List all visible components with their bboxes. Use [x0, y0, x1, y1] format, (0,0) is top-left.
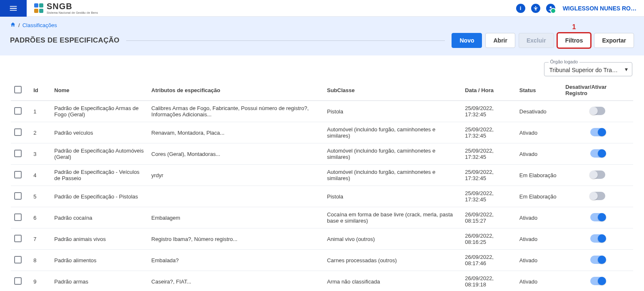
breadcrumb-home[interactable] [10, 22, 16, 29]
table-row[interactable]: 4Padrão de Especificação - Veículos de P… [11, 165, 633, 186]
topbar: SNGB Sistema Nacional de Gestão de Bens … [0, 0, 644, 17]
toggle-switch[interactable] [590, 234, 605, 243]
table-row[interactable]: 6Padrão cocaínaEmbalagemCocaína em forma… [11, 207, 633, 228]
breadcrumb: / Classificações [10, 22, 634, 29]
col-nome[interactable]: Nome [51, 80, 148, 101]
cell-status: Ativado [516, 250, 562, 271]
orgao-value: Tribunal Superior do Tra… [549, 67, 618, 73]
table-row[interactable]: 3Padrão de Especificação Automóveis (Ger… [11, 143, 633, 165]
brand-logo-icon [34, 3, 44, 13]
orgao-label: Órgão logado [549, 59, 580, 64]
user-avatar-icon[interactable] [546, 4, 555, 13]
filtros-label: Filtros [565, 37, 583, 44]
novo-button[interactable]: Novo [452, 33, 482, 48]
abrir-button[interactable]: Abrir [485, 33, 515, 48]
row-checkbox[interactable] [14, 107, 22, 115]
row-checkbox[interactable] [14, 150, 22, 157]
cell-id: 7 [30, 228, 51, 250]
cell-subclasse: Cocaína em forma de base livre (crack, m… [324, 207, 462, 228]
col-subclasse[interactable]: SubClasse [324, 80, 462, 101]
person-icon [533, 5, 539, 11]
cell-nome: Padrão de Especificação Armas de Fogo (G… [51, 101, 148, 122]
row-checkbox[interactable] [14, 256, 22, 263]
username[interactable]: WIGLESSON NUNES RO… [563, 5, 637, 12]
top-icons: i WIGLESSON NUNES RO… [516, 4, 637, 13]
table-row[interactable]: 5Padrão de Especificação - PistolasPisto… [11, 186, 633, 207]
svg-point-0 [535, 6, 536, 7]
cell-nome: Padrão cocaína [51, 207, 148, 228]
cell-id: 5 [30, 186, 51, 207]
cell-id: 2 [30, 122, 51, 143]
cell-status: Ativado [516, 122, 562, 143]
table-row[interactable]: 7Padrão animais vivosRegistro Ibama?, Nú… [11, 228, 633, 250]
cell-id: 9 [30, 271, 51, 291]
table-row[interactable]: 2Padrão veículosRenavam, Montadora, Plac… [11, 122, 633, 143]
row-checkbox[interactable] [14, 235, 22, 242]
toggle-switch[interactable] [590, 128, 605, 136]
avatar-icon [548, 5, 554, 11]
toggle-switch[interactable] [590, 149, 605, 158]
cell-data: 25/09/2022, 17:32:45 [462, 165, 516, 186]
cell-data: 26/09/2022, 08:15:27 [462, 207, 516, 228]
toggle-switch[interactable] [590, 256, 605, 264]
cell-atributos: yrdyr [148, 165, 324, 186]
cell-subclasse: Pistola [324, 101, 462, 122]
toggle-switch[interactable] [590, 213, 605, 221]
col-atributos[interactable]: Atributos de especificação [148, 80, 324, 101]
col-data[interactable]: Data / Hora [462, 80, 516, 101]
row-checkbox[interactable] [14, 192, 22, 200]
cell-atributos: Cores (Geral), Montadoras... [148, 143, 324, 165]
cell-data: 25/09/2022, 17:32:45 [462, 186, 516, 207]
orgao-select[interactable]: Órgão logado Tribunal Superior do Tra… ▾ [544, 62, 632, 76]
cell-subclasse: Carnes processadas (outros) [324, 250, 462, 271]
cell-status: Ativado [516, 143, 562, 165]
cell-subclasse: Automóvel (incluindo furgão, caminhonete… [324, 143, 462, 165]
brand-name: SNGB [47, 2, 98, 10]
filtros-button[interactable]: 1 Filtros [557, 33, 591, 48]
col-id[interactable]: Id [30, 80, 51, 101]
table-row[interactable]: 8Padrão alimentosEmbalada?Carnes process… [11, 250, 633, 271]
cell-atributos [148, 186, 324, 207]
row-checkbox[interactable] [14, 171, 22, 178]
toggle-switch[interactable] [590, 192, 605, 200]
cell-subclasse: Automóvel (incluindo furgão, caminhonete… [324, 122, 462, 143]
menu-button[interactable] [0, 0, 27, 17]
cell-id: 3 [30, 143, 51, 165]
col-status[interactable]: Status [516, 80, 562, 101]
row-checkbox[interactable] [14, 213, 22, 221]
cell-atributos: Calibres Armas de Fogo, Fabricante, Poss… [148, 101, 324, 122]
row-checkbox[interactable] [14, 277, 22, 285]
cell-id: 8 [30, 250, 51, 271]
accessibility-icon[interactable] [531, 4, 540, 13]
cell-id: 4 [30, 165, 51, 186]
col-toggle: Desativar/Ativar Registro [562, 80, 633, 101]
cell-id: 1 [30, 101, 51, 122]
home-icon [10, 22, 16, 28]
cell-subclasse: Animal vivo (outros) [324, 228, 462, 250]
svg-point-1 [549, 6, 552, 8]
breadcrumb-classificacoes[interactable]: Classificações [22, 22, 57, 28]
info-icon[interactable]: i [516, 4, 525, 13]
brand: SNGB Sistema Nacional de Gestão de Bens [34, 2, 98, 14]
table-row[interactable]: 9Padrão armasCaseira?, FIAT...Arma não c… [11, 271, 633, 291]
cell-data: 25/09/2022, 17:32:45 [462, 122, 516, 143]
toolbar-band: / Classificações PADRÕES DE ESPECIFICAÇÃ… [0, 17, 644, 55]
cell-nome: Padrão veículos [51, 122, 148, 143]
toggle-switch[interactable] [590, 171, 605, 179]
select-all-checkbox[interactable] [14, 86, 22, 93]
cell-data: 25/09/2022, 17:32:45 [462, 143, 516, 165]
row-checkbox[interactable] [14, 128, 22, 136]
cell-atributos: Embalada? [148, 250, 324, 271]
cell-data: 26/09/2022, 08:17:46 [462, 250, 516, 271]
cell-status: Ativado [516, 207, 562, 228]
excluir-button: Excluir [519, 33, 554, 48]
toggle-switch[interactable] [590, 107, 605, 115]
cell-status: Desativado [516, 101, 562, 122]
cell-atributos: Renavam, Montadora, Placa... [148, 122, 324, 143]
toggle-switch[interactable] [590, 277, 605, 285]
exportar-button[interactable]: Exportar [594, 33, 634, 48]
page-title: PADRÕES DE ESPECIFICAÇÃO [10, 36, 120, 45]
table-row[interactable]: 1Padrão de Especificação Armas de Fogo (… [11, 101, 633, 122]
cell-subclasse: Arma não classificada [324, 271, 462, 291]
cell-id: 6 [30, 207, 51, 228]
